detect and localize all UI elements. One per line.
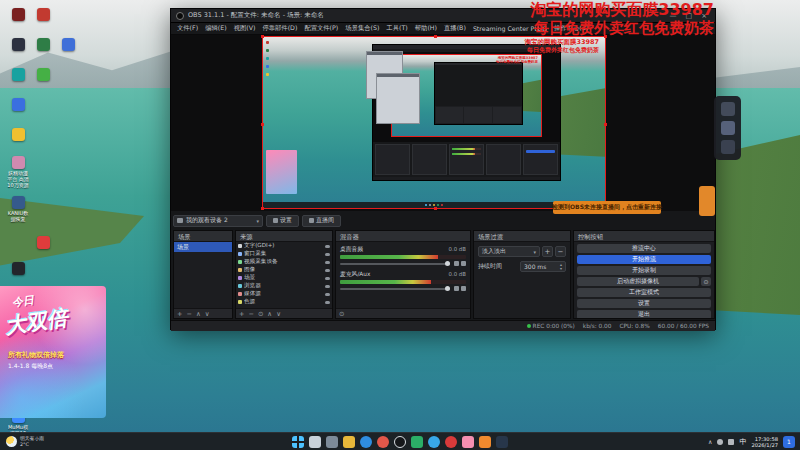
- virtualcam-settings-icon[interactable]: ⊙: [701, 277, 711, 286]
- desktop-icon[interactable]: [56, 38, 80, 52]
- volume-icon[interactable]: [728, 439, 734, 445]
- selection-handle[interactable]: [261, 35, 264, 38]
- plugin-settings-button[interactable]: 设置: [266, 215, 299, 227]
- file-explorer-icon[interactable]: [343, 436, 355, 448]
- panel-grid-icon[interactable]: [721, 102, 735, 116]
- taskbar-weather-widget[interactable]: 明天有小雨 2°C: [0, 436, 50, 447]
- visibility-eye-icon[interactable]: [325, 245, 330, 248]
- source-row[interactable]: 场景: [236, 274, 332, 282]
- desktop-icon[interactable]: KANIU数据恢复: [6, 196, 30, 222]
- panel-gift-icon[interactable]: [721, 140, 735, 154]
- toolbar-glyph-icon[interactable]: −: [186, 310, 191, 318]
- source-row[interactable]: 浏览器: [236, 282, 332, 290]
- network-icon[interactable]: [717, 439, 723, 445]
- qq-icon[interactable]: [428, 436, 440, 448]
- visibility-eye-icon[interactable]: [325, 301, 330, 304]
- ime-indicator[interactable]: 中: [739, 437, 746, 447]
- source-row[interactable]: 视频采集设备: [236, 258, 332, 266]
- visibility-eye-icon[interactable]: [325, 293, 330, 296]
- notification-badge[interactable]: 1: [783, 436, 795, 448]
- preview-scene-capture[interactable]: 淘宝的网购买面膜33987 每日免费外卖红包免费奶茶 淘宝的网购买面膜33987: [263, 37, 605, 208]
- toolbar-glyph-icon[interactable]: ∧: [267, 310, 272, 318]
- selection-handle[interactable]: [604, 123, 607, 126]
- start-streaming-button[interactable]: 开始推流: [577, 255, 711, 264]
- bilibili-icon[interactable]: [462, 436, 474, 448]
- desktop-icon[interactable]: [31, 236, 55, 250]
- edge-icon[interactable]: [360, 436, 372, 448]
- visibility-eye-icon[interactable]: [325, 261, 330, 264]
- toolbar-glyph-icon[interactable]: ⊙: [258, 310, 263, 318]
- obs-preview-canvas[interactable]: 淘宝的网购买面膜33987 每日免费外卖红包免费奶茶 淘宝的网购买面膜33987: [171, 35, 715, 211]
- desktop-icon[interactable]: [6, 262, 30, 276]
- toolbar-glyph-icon[interactable]: ∨: [276, 310, 281, 318]
- live-room-button[interactable]: 直播间: [302, 215, 341, 227]
- menu-item[interactable]: 帮助(H): [415, 24, 437, 33]
- toolbar-glyph-icon[interactable]: +: [239, 310, 244, 318]
- menu-item[interactable]: 工具(T): [386, 24, 407, 33]
- selection-handle[interactable]: [261, 123, 264, 126]
- desktop-icon[interactable]: [6, 38, 30, 52]
- desktop-icon[interactable]: [6, 128, 30, 142]
- start-recording-button[interactable]: 开始录制: [577, 266, 711, 275]
- source-row[interactable]: 文字(GDI+): [236, 242, 332, 250]
- add-transition-button[interactable]: +: [542, 246, 553, 257]
- selection-handle[interactable]: [434, 35, 437, 38]
- visibility-eye-icon[interactable]: [325, 277, 330, 280]
- tray-chevron-icon[interactable]: ∧: [708, 438, 712, 445]
- virtual-camera-button[interactable]: 启动虚拟摄像机: [577, 277, 699, 286]
- mic-icon[interactable]: [454, 286, 459, 291]
- menu-item[interactable]: 场景集合(S): [345, 24, 379, 33]
- toolbar-glyph-icon[interactable]: ⊙: [339, 310, 344, 318]
- slider-knob[interactable]: [445, 261, 450, 266]
- exit-button[interactable]: 退出: [577, 310, 711, 318]
- duration-input[interactable]: 300 ms ▴▾: [520, 261, 566, 272]
- side-dock[interactable]: [714, 96, 741, 160]
- side-orange-tab[interactable]: [699, 186, 715, 216]
- visibility-eye-icon[interactable]: [325, 253, 330, 256]
- start-icon[interactable]: [292, 436, 304, 448]
- selection-handle[interactable]: [434, 207, 437, 210]
- obs-icon[interactable]: [394, 436, 406, 448]
- tray-clock[interactable]: 17:30:58 2026/1/27: [751, 436, 778, 448]
- plugin-warning-button[interactable]: 检测到OBS未连接直播间，点击重新连接: [553, 201, 661, 214]
- menu-item[interactable]: 文件(F): [177, 24, 198, 33]
- desktop-icon[interactable]: [6, 98, 30, 112]
- menu-item[interactable]: 配置文件(P): [304, 24, 338, 33]
- menu-item[interactable]: 视图(V): [234, 24, 256, 33]
- remove-transition-button[interactable]: −: [555, 246, 566, 257]
- transition-select[interactable]: 淡入淡出 ▾: [478, 246, 540, 257]
- netease-music-icon[interactable]: [445, 436, 457, 448]
- watch-device-combo[interactable]: 我的观看设备 2 ▾: [173, 215, 263, 227]
- panel-chat-icon[interactable]: [721, 121, 735, 135]
- steam-icon[interactable]: [496, 436, 508, 448]
- desktop-icon[interactable]: [6, 68, 30, 82]
- visibility-eye-icon[interactable]: [325, 269, 330, 272]
- scene-item[interactable]: 场景: [174, 242, 232, 252]
- slider-knob[interactable]: [445, 286, 450, 291]
- menu-item[interactable]: 直播(B): [444, 24, 466, 33]
- menu-item[interactable]: 编辑(E): [205, 24, 227, 33]
- volume-slider[interactable]: [340, 261, 466, 267]
- menu-item[interactable]: 停靠部件(D): [262, 24, 297, 33]
- channel-settings-icon[interactable]: [461, 286, 466, 291]
- visibility-eye-icon[interactable]: [325, 285, 330, 288]
- live-companion-icon[interactable]: [479, 436, 491, 448]
- settings-button[interactable]: 设置: [577, 299, 711, 308]
- speaker-icon[interactable]: [454, 261, 459, 266]
- desktop-icon[interactable]: 妖精动漫平台 高清10万资源: [6, 156, 30, 188]
- wechat-icon[interactable]: [411, 436, 423, 448]
- source-row[interactable]: 图像: [236, 266, 332, 274]
- chrome-icon[interactable]: [377, 436, 389, 448]
- desktop-icon[interactable]: [31, 68, 55, 82]
- task-view-icon[interactable]: [326, 436, 338, 448]
- stepper-arrows[interactable]: ▴▾: [560, 263, 562, 271]
- toolbar-glyph-icon[interactable]: ∧: [196, 310, 201, 318]
- desktop-icon[interactable]: [31, 8, 55, 22]
- source-row[interactable]: 媒体源: [236, 290, 332, 298]
- stream-center-button[interactable]: 推流中心: [577, 244, 711, 253]
- channel-settings-icon[interactable]: [461, 261, 466, 266]
- desktop-icon[interactable]: [31, 38, 55, 52]
- toolbar-glyph-icon[interactable]: ∨: [205, 310, 210, 318]
- source-row[interactable]: 色源: [236, 298, 332, 306]
- volume-slider[interactable]: [340, 286, 466, 292]
